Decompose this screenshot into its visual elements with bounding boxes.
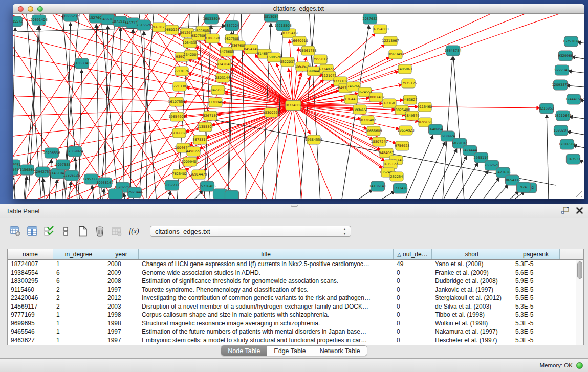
cell-year[interactable]: 1998 [104,311,139,319]
cell-short[interactable]: Stergiakouli et al. (2012) [432,294,512,302]
cell-title[interactable]: Investigating the contribution of common… [139,294,394,302]
cell-short[interactable]: de Silva et al. (2003) [432,302,512,311]
graph-edge[interactable] [547,115,549,199]
table-selector-dropdown[interactable]: citations_edges.txt ▲▼ [150,226,351,237]
cell-title[interactable]: Genome-wide association studies in ADHD. [139,269,394,277]
tab-network-table[interactable]: Network Table [313,346,367,356]
cell-in_degree[interactable]: 2 [53,294,104,302]
graph-edge[interactable] [377,191,395,199]
graph-edge[interactable] [102,189,104,199]
table-row[interactable]: 911546021997Tourette syndrome. Phenomeno… [8,286,583,294]
row-height-button[interactable] [59,225,73,238]
cell-in_degree[interactable]: 1 [53,260,104,269]
table-row[interactable]: 969969511998Structural magnetic resonanc… [8,319,583,328]
cell-pagerank[interactable]: 5.3E-5 [512,319,560,328]
cell-out_degree[interactable]: 0 [394,286,432,294]
graph-edge[interactable] [92,185,94,199]
cell-in_degree[interactable]: 1 [53,327,104,336]
cell-year[interactable]: 2012 [104,294,139,302]
cell-year[interactable]: 2003 [104,302,139,311]
table-row[interactable]: 2242004622012Investigating the contribut… [8,294,583,302]
cell-short[interactable]: Tibbo et al. (1998) [432,311,512,319]
cell-short[interactable]: Wolkin et al. (1998) [432,319,512,328]
graph-edge[interactable] [453,57,464,199]
cell-title[interactable]: Estimation of significance thresholds fo… [139,277,394,286]
cell-in_degree[interactable]: 2 [53,302,104,311]
cell-year[interactable]: 1997 [104,327,139,336]
cell-in_degree[interactable]: 6 [53,277,104,286]
table-row[interactable]: 1872400712008Changes of HCN gene express… [8,260,583,269]
tab-node-table[interactable]: Node Table [221,346,267,356]
cell-out_degree[interactable]: 0 [394,311,432,319]
column-header-title[interactable]: title [139,249,394,259]
cell-out_degree[interactable]: 0 [394,269,432,277]
cell-title[interactable]: Disruption of a novel member of a sodium… [139,302,394,311]
cell-in_degree[interactable]: 6 [53,269,104,277]
graph-edge[interactable] [96,24,99,194]
column-header-name[interactable]: name [8,249,53,259]
cell-name[interactable]: 9463627 [8,336,53,345]
cell-short[interactable]: Jankovic et al. (1997) [432,286,512,294]
cell-title[interactable]: Embryonic stem cells: a model to study s… [139,336,394,345]
graph-node[interactable] [225,190,239,199]
cell-pagerank[interactable]: 5.3E-5 [512,260,560,269]
column-header-pagerank[interactable]: pagerank [512,249,560,259]
graph-edge[interactable] [567,85,584,88]
graph-edge[interactable] [443,57,452,199]
cell-out_degree[interactable]: 49 [394,260,432,269]
graph-edge[interactable] [69,182,71,199]
cell-out_degree[interactable]: 0 [394,277,432,286]
cell-name[interactable]: 19384554 [8,269,53,277]
column-header-in_degree[interactable]: in_degree [53,249,104,259]
delete-table-button[interactable] [93,225,107,238]
cell-pagerank[interactable]: 5.3E-5 [512,311,560,319]
cell-out_degree[interactable]: 0 [394,336,432,345]
cell-name[interactable]: 9465546 [8,327,53,336]
cell-name[interactable]: 22420046 [8,294,53,302]
table-row[interactable]: 946554611997Estimation of the future num… [8,327,583,336]
cell-name[interactable]: 18724007 [8,260,53,269]
cell-name[interactable]: 9699695 [8,319,53,328]
cell-pagerank[interactable]: 5.3E-5 [512,302,560,311]
table-vertical-scrollbar[interactable] [576,260,583,345]
cell-name[interactable]: 9115460 [8,286,53,294]
cell-short[interactable]: Yano et al. (2008) [432,260,512,269]
cell-pagerank[interactable]: 5.3E-5 [512,327,560,336]
cell-year[interactable]: 2008 [104,277,139,286]
cell-pagerank[interactable]: 5.5E-5 [512,294,560,302]
graph-edge[interactable] [43,178,45,199]
cell-year[interactable]: 1997 [104,336,139,345]
cell-title[interactable]: Structural magnetic resonance image aver… [139,319,394,328]
graph-edge[interactable] [491,185,508,199]
cell-short[interactable]: Nakamura et al. (1997) [432,327,512,336]
network-view-window[interactable]: citations_edges.txt 18724007280314484275… [13,4,584,199]
cell-in_degree[interactable]: 1 [53,336,104,345]
network-window-titlebar[interactable]: citations_edges.txt [13,4,584,14]
graph-edge[interactable] [293,14,535,105]
graph-edge[interactable] [55,180,57,199]
cell-year[interactable]: 2009 [104,269,139,277]
cell-title[interactable]: Corpus callosum shape and size in male p… [139,311,394,319]
cell-short[interactable]: Franke et al. (2009) [432,269,512,277]
network-canvas[interactable]: 1872400728031448427552317004632671501135… [13,14,584,199]
float-panel-icon[interactable] [561,207,569,216]
panel-splitter-handle[interactable] [291,205,298,207]
table-row[interactable]: 1830029562008Estimation of significance … [8,277,583,286]
cell-pagerank[interactable]: 5.9E-5 [512,277,560,286]
cell-title[interactable]: Changes of HCN gene expression and I(f) … [139,260,394,269]
cell-name[interactable]: 14569117 [8,302,53,311]
cell-name[interactable]: 18300295 [8,277,53,286]
close-panel-icon[interactable] [576,207,583,216]
cell-title[interactable]: Tourette syndrome. Phenomenology and cla… [139,286,394,294]
graph-edge[interactable] [355,190,373,199]
graph-edge[interactable] [272,105,293,199]
graph-edge[interactable] [568,71,584,74]
cell-out_degree[interactable]: 0 [394,319,432,328]
import-table-button[interactable] [110,225,124,238]
cell-in_degree[interactable]: 2 [53,286,104,294]
scrollbar-thumb[interactable] [577,261,582,279]
select-columns-button[interactable] [42,225,56,238]
cell-out_degree[interactable]: 0 [394,302,432,311]
cell-in_degree[interactable]: 1 [53,311,104,319]
cell-in_degree[interactable]: 1 [53,319,104,328]
